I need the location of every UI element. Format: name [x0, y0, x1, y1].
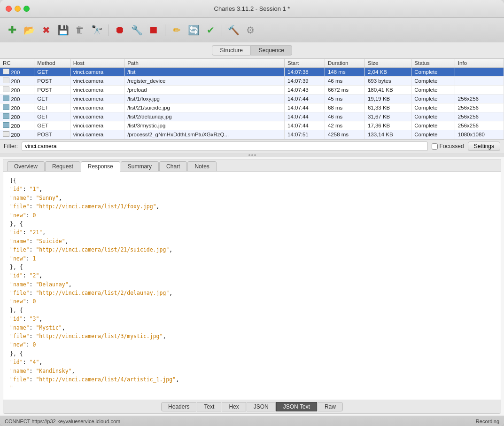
sync-button[interactable]: 🔄 [186, 23, 201, 38]
cell-size: 17,36 KB [364, 121, 411, 130]
cell-size: 180,41 KB [364, 86, 411, 95]
settings-button[interactable]: Settings [468, 142, 500, 151]
toolbar-separator-3 [222, 24, 222, 36]
cell-path: /list/1/foxy.jpg [124, 95, 285, 103]
tab-structure[interactable]: Structure [212, 45, 251, 55]
table-row[interactable]: 200 GET vinci.camera /list/2/delaunay.jp… [0, 112, 504, 121]
tab-request[interactable]: Request [45, 161, 80, 171]
cell-duration: 6672 ms [325, 86, 364, 95]
cell-start: 14:07:44 [285, 121, 325, 130]
cell-size: 61,33 KB [364, 103, 411, 112]
find-button[interactable]: 🔭 [89, 23, 104, 38]
cell-size: 133,14 KB [364, 130, 411, 139]
tab-chart[interactable]: Chart [159, 161, 187, 171]
tab-json[interactable]: JSON [247, 402, 276, 411]
cell-host: vinci.camera [70, 77, 124, 86]
pencil-button[interactable]: ✏ [169, 23, 184, 38]
tab-hex[interactable]: Hex [222, 402, 246, 411]
cell-size: 2,04 KB [364, 68, 411, 77]
filter-button[interactable]: 🔧 [129, 23, 144, 38]
cell-status: Complete [411, 121, 455, 130]
cell-start: 14:07:44 [285, 112, 325, 121]
stop-button[interactable]: ⏹ [146, 23, 161, 38]
cell-host: vinci.camera [70, 103, 124, 112]
cell-method: GET [34, 68, 70, 77]
tab-summary[interactable]: Summary [121, 161, 159, 171]
cell-rc: 200 [0, 103, 34, 112]
cell-host: vinci.camera [70, 112, 124, 121]
cell-size: 31,67 KB [364, 112, 411, 121]
cell-method: GET [34, 112, 70, 121]
cell-status: Complete [411, 103, 455, 112]
main-window: Charles 3.11.2 - Session 1 * ✚ 📂 ✖ 💾 🗑 🔭… [0, 0, 504, 426]
save-button[interactable]: 💾 [55, 23, 70, 38]
toolbar: ✚ 📂 ✖ 💾 🗑 🔭 ⏺ 🔧 ⏹ ✏ 🔄 ✔ 🔨 ⚙ [0, 18, 504, 42]
main-content: RC Method Host Path Start Duration Size … [0, 59, 504, 416]
col-status: Status [411, 59, 455, 68]
tab-json-text[interactable]: JSON Text [276, 402, 317, 411]
bottom-panel: Overview Request Response Summary Chart … [3, 159, 501, 414]
cell-path: /list/3/mystic.jpg [124, 121, 285, 130]
splitter-dots [248, 154, 256, 156]
toolbar-separator-1 [108, 24, 109, 36]
tab-response[interactable]: Response [81, 161, 120, 172]
col-method: Method [34, 59, 70, 68]
table-row[interactable]: 200 GET vinci.camera /list/21/suicide.jp… [0, 103, 504, 112]
cell-info [455, 86, 504, 95]
cell-info [455, 68, 504, 77]
focussed-checkbox[interactable] [432, 143, 438, 150]
col-host: Host [70, 59, 124, 68]
gear-button[interactable]: ⚙ [243, 23, 258, 38]
tab-text[interactable]: Text [197, 402, 221, 411]
filter-bar: Filter: Focussed Settings [0, 140, 504, 153]
cell-path: /process/2_gNmHxDdthLsmPtuXGxRzQ... [124, 130, 285, 139]
record-button[interactable]: ⏺ [112, 23, 127, 38]
close-button[interactable] [6, 6, 12, 12]
add-button[interactable]: ✚ [5, 23, 20, 38]
tools-button[interactable]: 🔨 [226, 23, 241, 38]
tab-headers[interactable]: Headers [161, 402, 196, 411]
cell-path: /preload [124, 86, 285, 95]
table-container: RC Method Host Path Start Duration Size … [0, 59, 504, 140]
trash-button[interactable]: 🗑 [72, 23, 87, 38]
minimize-button[interactable] [15, 6, 21, 12]
splitter[interactable] [0, 153, 504, 157]
tab-notes[interactable]: Notes [187, 161, 216, 171]
cell-start: 14:07:51 [285, 130, 325, 139]
cell-info: 256x256 [455, 103, 504, 112]
cell-duration: 148 ms [325, 68, 364, 77]
splitter-dot [254, 154, 256, 156]
bottom-tab-bar: Headers Text Hex JSON JSON Text Raw [3, 400, 501, 413]
cell-info [455, 77, 504, 86]
table-row[interactable]: 200 POST vinci.camera /preload 14:07:43 … [0, 86, 504, 95]
table-row[interactable]: 200 GET vinci.camera /list/3/mystic.jpg … [0, 121, 504, 130]
cell-host: vinci.camera [70, 130, 124, 139]
maximize-button[interactable] [23, 6, 30, 12]
col-info: Info [455, 59, 504, 68]
open-button[interactable]: 📂 [22, 23, 37, 38]
cell-method: GET [34, 103, 70, 112]
cell-rc: 200 [0, 86, 34, 95]
cell-rc: 200 [0, 130, 34, 139]
cell-status: Complete [411, 68, 455, 77]
delete-button[interactable]: ✖ [39, 23, 54, 38]
cell-method: POST [34, 86, 70, 95]
json-content[interactable]: [{ "id": "1", "name": "Sunny", "file": "… [3, 172, 501, 400]
table-row[interactable]: 200 POST vinci.camera /process/2_gNmHxDd… [0, 130, 504, 139]
table-row[interactable]: 200 GET vinci.camera /list 14:07:38 148 … [0, 68, 504, 77]
col-size: Size [364, 59, 411, 68]
focussed-label[interactable]: Focussed [432, 143, 464, 150]
cell-path: /list [124, 68, 285, 77]
cell-method: POST [34, 77, 70, 86]
tab-sequence[interactable]: Sequence [251, 45, 292, 55]
cell-host: vinci.camera [70, 86, 124, 95]
cell-rc: 200 [0, 95, 34, 103]
checkmark-button[interactable]: ✔ [203, 23, 218, 38]
table-row[interactable]: 200 GET vinci.camera /list/1/foxy.jpg 14… [0, 95, 504, 103]
tab-overview[interactable]: Overview [7, 161, 45, 171]
tab-raw[interactable]: Raw [318, 402, 343, 411]
filter-input[interactable] [22, 142, 428, 151]
col-start: Start [285, 59, 325, 68]
table-row[interactable]: 200 POST vinci.camera /register_device 1… [0, 77, 504, 86]
cell-status: Complete [411, 130, 455, 139]
